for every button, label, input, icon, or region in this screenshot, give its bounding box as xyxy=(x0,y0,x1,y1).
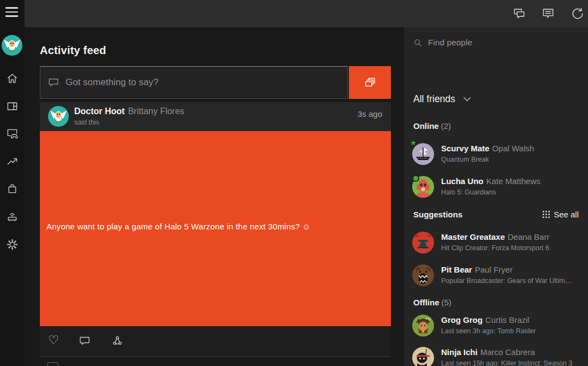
friend-subtitle: Popular Broadcaster: Gears of War Ultim… xyxy=(441,277,582,285)
friend-row-ninja-ichi[interactable]: Ninja IchiMarco Cabrera Last seen 15h ag… xyxy=(412,320,583,341)
home-icon[interactable] xyxy=(6,72,19,85)
friends-panel: Find people All friends Online(2) ★ xyxy=(404,27,588,366)
stacked-posts-icon xyxy=(363,75,377,90)
search-icon xyxy=(413,38,423,48)
feed-divider xyxy=(40,356,391,357)
owl-avatar-art xyxy=(48,106,69,127)
comment-icon[interactable] xyxy=(78,334,91,347)
post-verb: said this xyxy=(74,119,99,126)
post-action-bar: ♡ xyxy=(40,326,391,356)
post-message-text: Anyone want to play a game of Halo 5 War… xyxy=(46,222,311,231)
share-icon[interactable] xyxy=(111,334,124,347)
search-placeholder: Find people xyxy=(428,38,472,48)
post-submit-button[interactable] xyxy=(349,66,391,99)
chevron-down-icon xyxy=(463,97,471,102)
avatar xyxy=(412,264,434,286)
store-icon[interactable] xyxy=(6,182,19,195)
refresh-icon[interactable] xyxy=(570,6,585,21)
like-heart-icon[interactable]: ♡ xyxy=(47,334,60,347)
suggestion-row-master-greataxe[interactable]: Master GreataxeDeana Barr Hit Clip Creat… xyxy=(412,204,583,226)
nav-sidebar xyxy=(0,0,25,366)
post-header[interactable]: Doctor HootBrittany Flores said this 3s … xyxy=(40,102,391,131)
owl-avatar-art xyxy=(2,35,22,56)
post-timestamp: 3s ago xyxy=(358,109,382,119)
message-text-icon[interactable] xyxy=(541,7,555,21)
xbox-app-window: Activity feed Doct xyxy=(0,0,588,366)
composer-input[interactable] xyxy=(40,66,348,99)
trending-icon[interactable] xyxy=(6,155,19,168)
real-name: Paul Fryer xyxy=(475,265,513,274)
friend-row-last-roar[interactable]: Last RoarAjanta Deb xyxy=(412,352,583,366)
friends-filter-dropdown[interactable]: All friends xyxy=(413,92,471,106)
find-people-search[interactable]: Find people xyxy=(404,34,588,56)
collection-icon[interactable] xyxy=(6,100,19,113)
suggestion-row-pit-bear[interactable]: Pit BearPaul Fryer Popular Broadcaster: … xyxy=(412,237,583,259)
post-author-line: Doctor HootBrittany Flores xyxy=(74,107,185,116)
profile-avatar[interactable] xyxy=(2,35,22,56)
top-bar xyxy=(25,0,588,27)
real-name: Kate Matthews xyxy=(486,176,541,186)
post-author-gamertag: Doctor Hoot xyxy=(74,107,124,116)
post-composer xyxy=(40,66,391,99)
friend-row-grog-grog[interactable]: Grog GrogCurtis Brazil Last seen 3h ago:… xyxy=(412,287,583,309)
online-star-badge: ★ xyxy=(410,139,417,147)
friend-row-scurvy-mate[interactable]: ★ Scurvy MateOpal Walsh Quantum Break xyxy=(412,116,583,138)
page-title: Activity feed xyxy=(40,44,106,57)
chat-bubbles-icon[interactable] xyxy=(512,7,526,21)
settings-gear-icon[interactable] xyxy=(6,238,19,251)
game-streaming-icon[interactable] xyxy=(6,127,19,140)
filter-label: All friends xyxy=(413,93,455,105)
online-dot-badge xyxy=(412,175,419,182)
gamertag: Lucha Uno xyxy=(441,176,484,186)
gamertag: Pit Bear xyxy=(441,265,472,274)
post-author-avatar[interactable] xyxy=(48,106,69,127)
menu-icon[interactable] xyxy=(5,7,18,17)
friend-subtitle: Halo 5: Guardians xyxy=(441,188,582,196)
post-body[interactable]: Anyone want to play a game of Halo 5 War… xyxy=(40,131,391,326)
connect-console-icon[interactable] xyxy=(6,210,19,223)
post-author-realname: Brittany Flores xyxy=(128,107,184,116)
friend-row-lucha-uno[interactable]: Lucha UnoKate Matthews Halo 5: Guardians xyxy=(412,149,583,170)
next-post-partial-icon xyxy=(47,362,58,366)
